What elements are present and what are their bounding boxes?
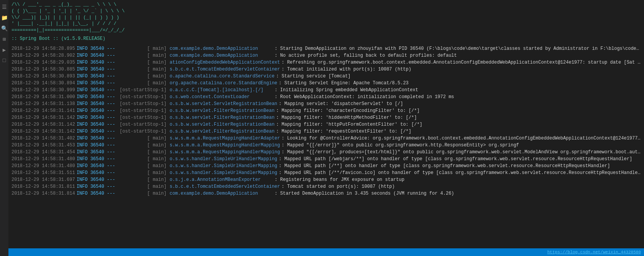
log-class: o.s.j.e.a.AnnotationMBeanExporter: [169, 176, 273, 183]
log-class: o.apache.catalina.core.StandardService: [169, 73, 274, 80]
log-level: INFO 36540 ---: [77, 121, 115, 128]
log-thread: [ main]: [117, 45, 166, 52]
log-timestamp: 2018-12-29 14:58:31.402: [12, 135, 75, 142]
log-message: : Initializing Spring embedded WebApplic…: [274, 87, 418, 94]
log-message: : Root WebApplicationContext: initializa…: [274, 94, 454, 100]
log-line: 2018-12-29 14:58:31.142 INFO 36540 ---[o…: [12, 128, 641, 135]
log-class: o.s.w.s.handler.SimpleUrlHandlerMapping: [169, 156, 277, 162]
log-timestamp: 2018-12-29 14:58:31.142: [12, 114, 75, 121]
log-class: s.b.c.e.t.TomcatEmbeddedServletContainer: [169, 183, 280, 190]
sidebar-icon-debug[interactable]: ▶: [1, 47, 7, 53]
log-line: 2018-12-29 14:58:31.454 INFO 36540 ---[ …: [12, 149, 641, 156]
log-class: o.s.w.s.handler.SimpleUrlHandlerMapping: [169, 162, 277, 169]
ascii-art-line: /\\ / ___'_ __ _ _(_)_ __ __ _ \ \ \ \: [12, 2, 641, 8]
log-message: : Refreshing org.springframework.boot.co…: [282, 59, 641, 66]
log-message: : Mapping filter: 'characterEncodingFilt…: [276, 107, 419, 114]
log-timestamp: 2018-12-29 14:58:31.814: [12, 190, 75, 197]
log-timestamp: 2018-12-29 14:58:30.894: [12, 80, 75, 87]
log-class: o.s.web.context.ContextLoader: [169, 94, 273, 100]
log-level: INFO 36540 ---: [77, 156, 115, 162]
log-message: : Tomcat started on port(s): 10087 (http…: [282, 183, 395, 190]
log-timestamp: 2018-12-29 14:58:28.895: [12, 45, 75, 52]
log-timestamp: 2018-12-29 14:58:30.893: [12, 73, 75, 80]
log-level: INFO 36540 ---: [77, 87, 115, 94]
sidebar-icon-search[interactable]: 🔍: [1, 25, 7, 31]
log-level: INFO 36540 ---: [77, 100, 115, 107]
log-line: 2018-12-29 14:58:31.142 INFO 36540 ---[o…: [12, 114, 641, 121]
terminal-output: /\\ / ___'_ __ _ _(_)_ __ __ _ \ \ \ \ (…: [8, 0, 644, 248]
log-line: 2018-12-29 14:58:31.141 INFO 36540 ---[o…: [12, 107, 641, 114]
log-class: com.example.demo.DemoApplication: [169, 190, 273, 197]
log-message: : No active profile set, falling back to…: [274, 52, 457, 59]
log-thread: [ost-startStop-1]: [117, 87, 166, 94]
log-class: org.apache.catalina.core.StandardEngine: [169, 80, 277, 87]
sidebar-icon-extensions[interactable]: □: [1, 57, 7, 64]
log-timestamp: 2018-12-29 14:58:31.453: [12, 142, 75, 149]
log-thread: [ main]: [117, 73, 166, 80]
log-timestamp: 2018-12-29 14:58:31.138: [12, 100, 75, 107]
log-level: INFO 36540 ---: [77, 162, 115, 169]
log-line: 2018-12-29 14:58:28.902 INFO 36540 ---[ …: [12, 52, 641, 59]
log-class: o.a.c.c.C.[Tomcat].[localhost].[/]: [169, 87, 273, 94]
log-message: : Mapping filter: 'requestContextFilter'…: [276, 128, 411, 135]
log-line: 2018-12-29 14:58:31.811 INFO 36540 ---[ …: [12, 183, 641, 190]
log-level: INFO 36540 ---: [77, 183, 115, 190]
log-line: 2018-12-29 14:58:28.895 INFO 36540 ---[ …: [12, 45, 641, 52]
log-timestamp: 2018-12-29 14:58:31.811: [12, 183, 75, 190]
log-timestamp: 2018-12-29 14:58:31.511: [12, 169, 75, 176]
log-message: : Mapping filter: 'hiddenHttpMethodFilte…: [276, 114, 417, 121]
log-message: : Mapped "{[/error]}" onto public org.sp…: [282, 142, 519, 149]
log-line: 2018-12-29 14:58:30.894 INFO 36540 ---[ …: [12, 80, 641, 87]
log-thread: [ main]: [117, 59, 166, 66]
sidebar-icon-git[interactable]: ⊞: [1, 36, 7, 42]
log-timestamp: 2018-12-29 14:58:31.141: [12, 107, 75, 114]
ascii-art-line: \\/ ___)| |_)| | | | | || (_| | ) ) ) ): [12, 15, 641, 21]
log-level: INFO 36540 ---: [77, 107, 115, 114]
log-line: 2018-12-29 14:58:29.035 INFO 36540 ---[ …: [12, 59, 641, 66]
log-message: : Mapped URL path [/webjars/**] onto han…: [279, 156, 632, 162]
log-level: INFO 36540 ---: [77, 190, 115, 197]
log-class: com.example.demo.DemoApplication: [169, 45, 273, 52]
log-thread: [ost-startStop-1]: [117, 128, 166, 135]
log-line: 2018-12-29 14:58:31.453 INFO 36540 ---[ …: [12, 142, 641, 149]
log-level: INFO 36540 ---: [77, 45, 115, 52]
log-level: INFO 36540 ---: [77, 114, 115, 121]
sidebar-icon-files[interactable]: ☰: [1, 4, 7, 10]
log-timestamp: 2018-12-29 14:58:31.697: [12, 176, 75, 183]
log-thread: [ main]: [117, 52, 166, 59]
log-thread: [ main]: [117, 190, 166, 197]
log-timestamp: 2018-12-29 14:58:31.454: [12, 149, 75, 156]
log-message: : Mapping filter: 'httpPutFormContentFil…: [276, 121, 422, 128]
log-class: s.w.s.m.m.a.RequestMappingHandlerMapping: [169, 149, 280, 156]
ascii-art: /\\ / ___'_ __ _ _(_)_ __ __ _ \ \ \ \ (…: [12, 2, 641, 34]
log-timestamp: 2018-12-29 14:58:29.035: [12, 59, 75, 66]
log-level: INFO 36540 ---: [77, 52, 115, 59]
log-class: s.w.s.m.m.a.RequestMappingHandlerMapping: [169, 142, 280, 149]
log-timestamp: 2018-12-29 14:58:31.142: [12, 121, 75, 128]
log-level: INFO 36540 ---: [77, 149, 115, 156]
log-thread: [ main]: [117, 156, 166, 162]
log-class: o.s.b.w.servlet.ServletRegistrationBean: [169, 100, 277, 107]
main-content: /\\ / ___'_ __ _ _(_)_ __ __ _ \ \ \ \ (…: [8, 0, 644, 256]
log-class: o.s.b.w.servlet.FilterRegistrationBean: [169, 107, 274, 114]
log-thread: [ main]: [117, 66, 166, 73]
log-message: : Starting service [Tomcat]: [276, 73, 350, 80]
log-line: 2018-12-29 14:58:31.138 INFO 36540 ---[o…: [12, 100, 641, 107]
log-message: : Started DemoApplication in 3.435 secon…: [274, 190, 454, 197]
ascii-art-line: ( ( )\___ | '_ | '_| | '_ \/ _` | \ \ \ …: [12, 8, 641, 15]
log-timestamp: 2018-12-29 14:58:30.999: [12, 87, 75, 94]
log-thread: [ main]: [117, 142, 166, 149]
log-thread: [ main]: [117, 169, 166, 176]
log-thread: [ost-startStop-1]: [117, 100, 166, 107]
log-line: 2018-12-29 14:58:31.814 INFO 36540 ---[ …: [12, 190, 641, 197]
log-line: 2018-12-29 14:58:31.511 INFO 36540 ---[ …: [12, 169, 641, 176]
log-timestamp: 2018-12-29 14:58:31.142: [12, 128, 75, 135]
log-timestamp: 2018-12-29 14:58:30.885: [12, 66, 75, 73]
blog-url[interactable]: https://blog.csdn.net/weixin_44328580: [547, 250, 641, 254]
log-thread: [ost-startStop-1]: [117, 94, 166, 100]
log-class: o.s.b.w.servlet.FilterRegistrationBean: [169, 114, 274, 121]
log-thread: [ main]: [117, 80, 166, 87]
sidebar-icon-explorer[interactable]: 📁: [1, 15, 7, 21]
log-level: INFO 36540 ---: [77, 128, 115, 135]
log-message: : Mapped URL path [/**/favicon.ico] onto…: [279, 169, 641, 176]
